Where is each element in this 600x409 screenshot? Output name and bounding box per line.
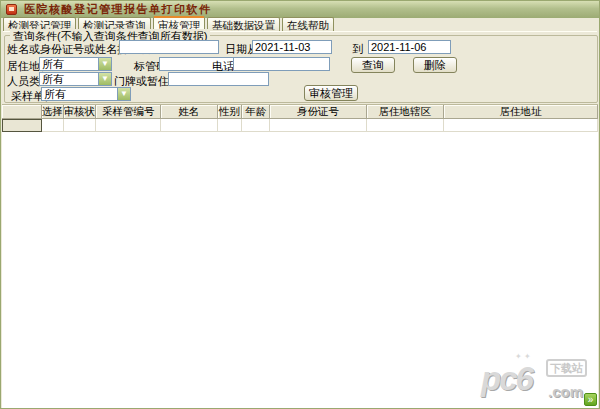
audit-manage-button[interactable]: 审核管理 (304, 85, 358, 101)
table-cell[interactable] (270, 119, 366, 132)
expand-arrow-button[interactable]: » (584, 393, 597, 406)
column-header-3[interactable]: 姓名 (161, 105, 218, 119)
address-input[interactable] (168, 72, 269, 86)
tab-3[interactable]: 基础数据设置 (207, 17, 280, 31)
district-select[interactable]: 所有 ▼ (39, 57, 112, 71)
app-window: 医院核酸登记管理报告单打印软件 检测登记管理检测记录查询审核管理基础数据设置在线… (0, 0, 600, 409)
table-row[interactable] (2, 119, 598, 132)
chevron-down-icon[interactable]: ▼ (98, 58, 111, 70)
app-icon (6, 4, 17, 15)
name-id-input[interactable] (119, 40, 219, 54)
chevron-down-icon[interactable]: ▼ (117, 88, 130, 100)
column-header-4[interactable]: 性别 (218, 105, 243, 119)
district-selected-value: 所有 (40, 58, 98, 70)
watermark-brand: pc6 (481, 360, 532, 398)
watermark-badge: 下载站 (546, 359, 587, 377)
chevron-down-icon[interactable]: ▼ (98, 73, 111, 85)
table-cell[interactable] (444, 119, 598, 132)
column-header-6[interactable]: 身份证号 (270, 105, 366, 119)
tab-4[interactable]: 在线帮助 (282, 17, 334, 31)
table-cell[interactable] (242, 119, 270, 132)
table-cell[interactable] (64, 119, 97, 132)
column-header-7[interactable]: 居住地辖区 (367, 105, 444, 119)
grid-header-row: 选择审核状态采样管编号姓名性别年龄身份证号居住地辖区居住地址 (2, 105, 598, 119)
column-header-1[interactable]: 审核状态 (64, 105, 97, 119)
delete-button[interactable]: 删除 (413, 57, 457, 73)
date-to-label: 到 (352, 42, 363, 57)
column-header-2[interactable]: 采样管编号 (96, 105, 161, 119)
table-cell[interactable] (161, 119, 218, 132)
table-cell[interactable] (42, 119, 64, 132)
grid-body (2, 119, 598, 132)
query-button[interactable]: 查询 (351, 57, 395, 73)
title-bar[interactable]: 医院核酸登记管理报告单打印软件 (1, 1, 599, 18)
table-cell[interactable] (367, 119, 444, 132)
column-header-8[interactable]: 居住地址 (444, 105, 598, 119)
date-to-input[interactable] (368, 40, 451, 54)
table-cell[interactable] (218, 119, 243, 132)
column-header-0[interactable]: 选择 (42, 105, 64, 119)
person-type-selected-value: 所有 (40, 73, 98, 85)
window-title: 医院核酸登记管理报告单打印软件 (24, 2, 212, 17)
pc6-watermark-logo: ✦ ✦ pc6 下载站 .com (481, 354, 595, 404)
date-from-input[interactable] (252, 40, 332, 54)
row-header-cell[interactable] (2, 119, 42, 132)
sample-unit-selected-value: 所有 (42, 88, 117, 100)
sample-unit-select[interactable]: 所有 ▼ (41, 87, 131, 101)
column-header-5[interactable]: 年龄 (242, 105, 270, 119)
grid-corner-cell (2, 105, 42, 119)
table-cell[interactable] (96, 119, 161, 132)
phone-input[interactable] (233, 57, 330, 71)
watermark-tld: .com (548, 383, 583, 400)
person-type-select[interactable]: 所有 ▼ (39, 72, 112, 86)
